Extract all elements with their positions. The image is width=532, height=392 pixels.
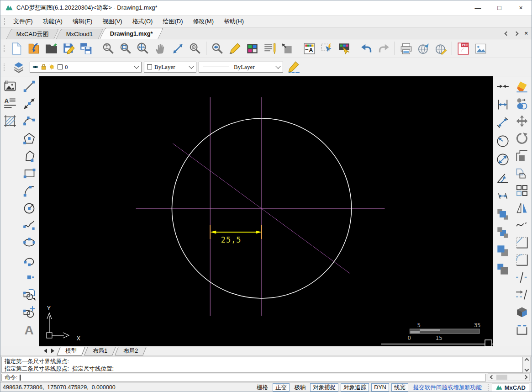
line-button[interactable] [21,78,38,95]
rectangle-button[interactable] [21,164,38,182]
tab-scroll-right-icon[interactable] [514,31,519,36]
dim-shorten-button[interactable] [494,78,511,95]
lineweight-button[interactable] [285,58,303,75]
layout-next-button[interactable] [49,347,56,355]
linear-dimension[interactable]: 25,5 [210,225,262,244]
zoom-center-button[interactable] [186,40,204,57]
menu-grip[interactable] [4,18,6,25]
toggle-ortho[interactable]: 正交 [273,383,290,392]
toggle-lineweight[interactable]: 线宽 [391,383,408,392]
arc-continue-button[interactable] [21,251,38,269]
zoom-scale-button[interactable] [100,40,117,57]
menu-modify[interactable]: 修改(M) [188,16,219,27]
block-create-button[interactable] [21,303,38,321]
text-format-button[interactable]: A [1,95,19,112]
offset-button[interactable] [513,164,531,182]
tab-drawing1[interactable]: Drawing1.mxg* [100,28,163,39]
draworder-below-button[interactable] [494,260,511,278]
linetype-combo[interactable]: ByLayer [199,62,283,73]
menu-draw[interactable]: 绘图(D) [158,16,188,27]
polygon-irregular-button[interactable] [21,147,38,164]
fillet-button[interactable] [513,251,531,269]
menu-function[interactable]: 功能(A) [38,16,68,27]
layout-prev-button[interactable] [42,347,49,355]
save-button[interactable] [60,40,77,57]
xline-button[interactable] [21,95,38,112]
copy-button[interactable] [513,95,531,112]
scrollbar-thumb[interactable] [496,375,507,380]
ellipse-button[interactable] [21,234,38,251]
menu-edit[interactable]: 编辑(E) [68,16,97,27]
command-vscrollbar[interactable] [523,357,531,373]
chamfer-button[interactable] [513,234,531,251]
pan-button[interactable] [152,40,169,57]
stretch-button[interactable] [513,321,531,338]
tab-mxcad-cloud[interactable]: MxCAD云图 [6,29,59,39]
arc-button[interactable] [21,182,38,199]
new-file-button[interactable] [8,40,25,57]
drawing-viewport[interactable]: 25,5 Y X 5 35 0 15 [39,76,493,346]
explode-button[interactable] [513,303,531,321]
menu-view[interactable]: 视图(V) [97,16,127,27]
tab-model[interactable]: 模型 [57,347,85,355]
open-folder-button[interactable] [42,40,60,57]
scroll-left-icon[interactable] [490,375,495,380]
point-button[interactable] [21,269,38,286]
text-button[interactable]: A [21,321,38,338]
draw-sketch-button[interactable] [226,40,243,57]
edit-spline-button[interactable] [513,217,531,234]
polyline-button[interactable] [21,112,38,130]
draworder-above-button[interactable] [494,242,511,260]
layer-combo[interactable]: 0 [30,62,142,73]
dim-diameter-button[interactable] [494,151,511,168]
dim-aligned-button[interactable] [494,114,511,132]
color-palette-button[interactable] [243,40,261,57]
toggle-grid[interactable]: 栅格 [254,384,270,391]
circle-button[interactable] [21,199,38,217]
dim-linear-button[interactable] [494,96,511,113]
text-style-button[interactable]: A [300,40,318,57]
scroll-right-icon[interactable] [523,375,528,380]
toggle-polar[interactable]: 极轴 [292,384,308,391]
tab-close-icon[interactable]: × [524,31,528,36]
tab-mxcloud1[interactable]: MxCloud1 [56,29,103,39]
polygon-button[interactable] [21,130,38,147]
toolbar-grip[interactable] [4,64,5,71]
toggle-dyn[interactable]: DYN [371,383,389,392]
maximize-button[interactable]: □ [489,0,510,15]
dim-radius-button[interactable] [494,132,511,150]
menu-file[interactable]: 文件(F) [8,16,38,27]
toggle-osnap[interactable]: 对象捕捉 [310,383,338,392]
tab-layout2[interactable]: 布局2 [115,347,147,355]
dim-continue-button[interactable] [494,187,511,205]
viewport-clip-button[interactable] [278,40,295,57]
zoom-previous-button[interactable] [209,40,226,57]
menu-help[interactable]: 帮助(H) [219,16,249,27]
dim-angular-button[interactable] [494,169,511,186]
hatch-button[interactable] [1,112,19,130]
scale-button[interactable] [513,147,531,164]
erase-button[interactable] [513,78,531,95]
scroll-up-icon[interactable] [525,358,529,363]
layers-button[interactable] [10,58,27,75]
minimize-button[interactable]: — [467,0,489,15]
draworder-front-button[interactable] [494,206,511,223]
zoom-extents-button[interactable] [134,40,152,57]
spline-button[interactable] [21,217,38,234]
open-drawing-button[interactable] [25,40,42,57]
feedback-link[interactable]: 提交软件问题或增加新功能 [413,384,482,392]
mirror-button[interactable] [513,199,531,217]
command-hscrollbar[interactable] [488,373,530,381]
drawing-canvas[interactable]: 25,5 Y X 5 35 0 15 [39,76,493,346]
web-publish-button[interactable] [415,40,432,57]
toolbar-grip[interactable] [4,45,5,52]
save-as-button[interactable] [77,40,95,57]
print-button[interactable] [397,40,415,57]
scroll-down-icon[interactable] [525,367,529,372]
tab-layout1[interactable]: 布局1 [84,347,116,355]
text-content-button[interactable] [261,40,278,57]
move-button[interactable] [513,112,531,130]
insert-image-button[interactable] [1,78,19,95]
color-combo[interactable]: ByLayer [144,62,196,73]
redo-button[interactable] [375,40,392,57]
